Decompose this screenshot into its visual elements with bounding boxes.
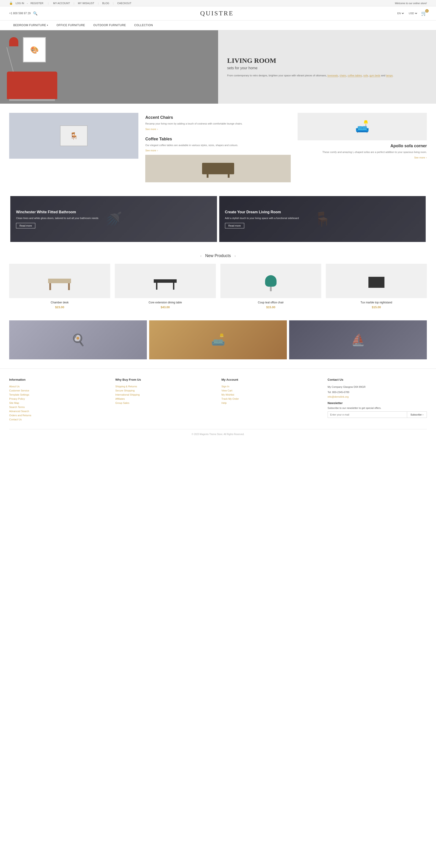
- apollo-sofa-section: 🛋️ Apollo sofa corner These comfy and am…: [298, 113, 427, 159]
- footer-secure-shopping[interactable]: Secure Shopping: [115, 389, 214, 392]
- header: +1 800 598 97 29 🔍 QUISTRE EN FR USD EUR…: [0, 6, 436, 21]
- nightstand-shape: [368, 274, 384, 288]
- footer-customer-service[interactable]: Customer Service: [9, 389, 108, 392]
- product-name-chamber-desk: Chamber desk: [9, 301, 110, 304]
- hero-link-coffee[interactable]: coffee tables: [347, 74, 362, 77]
- footer-company: My Company Glasgow D04 89GR: [328, 385, 427, 389]
- footer-contact: Contact us My Company Glasgow D04 89GR T…: [328, 378, 427, 422]
- footer-shipping-returns[interactable]: Shipping & Returns: [115, 385, 214, 388]
- accent-chairs-see-more[interactable]: See more ›: [145, 128, 158, 130]
- footer-affiliates[interactable]: Affiliates: [115, 397, 214, 400]
- footer-group-sales[interactable]: Group Sales: [115, 402, 214, 404]
- footer-contact-us[interactable]: Contact Us: [9, 418, 108, 421]
- blog-card-bathroom: 🚿 Winchester White Fitted Bathroom Clean…: [10, 196, 217, 242]
- blog-living-read-more[interactable]: Read more: [225, 223, 244, 228]
- hero-link-chairs[interactable]: chairs: [340, 74, 346, 77]
- footer-my-account-title: My account: [222, 378, 321, 381]
- product-name-dining-table: Core extension dining table: [115, 301, 216, 304]
- hero-description: From contemporary to retro designs, brig…: [227, 73, 427, 78]
- footer-template-settings[interactable]: Template Settings: [9, 393, 108, 396]
- footer: Information About Us Customer Service Te…: [0, 369, 436, 445]
- blog-link[interactable]: BLOG: [102, 2, 109, 5]
- wishlist-link[interactable]: MY WISHLIST: [78, 2, 94, 5]
- product-price-nightstand: $15.00: [326, 306, 427, 309]
- currency-select[interactable]: USD EUR: [408, 12, 418, 15]
- cart-badge: 0: [425, 9, 429, 12]
- footer-track-order[interactable]: Track My Order: [222, 397, 321, 400]
- my-account-link[interactable]: MY ACCOUNT: [53, 2, 70, 5]
- subscribe-button[interactable]: Subscribe ›: [407, 412, 427, 417]
- chair-image-placeholder: 🪑: [9, 113, 138, 159]
- hero-link-beds[interactable]: gym beds: [370, 74, 380, 77]
- checkout-link[interactable]: CHECKOUT: [117, 2, 132, 5]
- newsletter-title: Newsletter: [328, 401, 427, 405]
- newsletter-input[interactable]: [328, 412, 407, 417]
- accent-chairs-text: Accent Chairs Recamp your living room by…: [145, 113, 291, 133]
- footer-sign-in[interactable]: Sign In: [222, 385, 321, 388]
- footer-why-buy-title: Why buy from us: [115, 378, 214, 381]
- cart-icon[interactable]: 🛒 0: [421, 10, 427, 16]
- hero-lamp: [7, 37, 21, 74]
- footer-information: Information About Us Customer Service Te…: [9, 378, 108, 422]
- hero-title: LIVING ROOM: [227, 56, 427, 65]
- hero-banner: 🎨 LIVING ROOM sets for your home From co…: [0, 30, 436, 104]
- footer-my-wishlist[interactable]: My Wishlist: [222, 393, 321, 396]
- blog-card-living-overlay: Create Your Dream Living Room Add a styl…: [219, 196, 426, 242]
- gallery-section: 🍳 🛋️ ⛵: [0, 316, 436, 369]
- product-price-chamber-desk: $23.00: [9, 306, 110, 309]
- header-right: EN FR USD EUR 🛒 0: [396, 10, 427, 16]
- footer-orders-returns[interactable]: Orders and Returns: [9, 414, 108, 417]
- footer-advanced-search[interactable]: Advanced Search: [9, 410, 108, 412]
- footer-why-buy: Why buy from us Shipping & Returns Secur…: [115, 378, 214, 422]
- newsletter-form: Subscribe ›: [328, 411, 427, 418]
- coffee-tables-section: Coffee Tables Our elegant coffee tables …: [145, 137, 291, 183]
- footer-international-shipping[interactable]: International Shipping: [115, 393, 214, 396]
- blog-card-bathroom-title: Winchester White Fitted Bathroom: [16, 210, 211, 215]
- accent-chairs-desc: Recamp your living room by adding a touc…: [145, 122, 291, 126]
- hero-link-loveseats[interactable]: loveseats: [327, 74, 338, 77]
- coffee-tables-desc: Our elegant coffee tables are available …: [145, 143, 291, 148]
- footer-contact-title: Contact us: [328, 378, 427, 381]
- product-nightstand[interactable]: Tux marble top nightstand $15.00: [326, 264, 427, 309]
- site-logo[interactable]: QUISTRE: [200, 10, 234, 17]
- lamp-shade: [9, 37, 18, 46]
- hero-sofa: [7, 71, 57, 99]
- apollo-sofa-title: Apollo sofa corner: [298, 144, 427, 148]
- gallery-living2: 🛋️: [149, 320, 287, 359]
- header-left: +1 800 598 97 29 🔍: [9, 11, 38, 16]
- nav-bedroom-furniture[interactable]: BEDROOM FURNITURE ▾: [9, 21, 53, 30]
- apollo-sofa-see-more[interactable]: See more ›: [414, 156, 427, 159]
- nav-collection[interactable]: COLLECTION: [130, 21, 157, 30]
- lock-icon: 🔒: [9, 1, 13, 5]
- footer-help[interactable]: Help: [222, 402, 321, 404]
- new-products-header: ‹ New Products ›: [9, 253, 427, 258]
- footer-view-cart[interactable]: View Cart: [222, 389, 321, 392]
- coffee-table-image: [145, 155, 291, 182]
- coffee-tables-see-more[interactable]: See more ›: [145, 149, 158, 152]
- footer-about-us[interactable]: About Us: [9, 385, 108, 388]
- new-products-title: New Products: [205, 253, 231, 258]
- arrow-icon: ›: [423, 413, 424, 416]
- footer-grid: Information About Us Customer Service Te…: [9, 378, 427, 422]
- nav-outdoor-furniture[interactable]: OUTDOOR FURNITURE: [89, 21, 130, 30]
- products-prev-arrow[interactable]: ‹: [200, 254, 201, 258]
- register-link[interactable]: REGISTER: [31, 2, 43, 5]
- hero-link-sofa[interactable]: sofa: [363, 74, 368, 77]
- hero-link-lamps[interactable]: lamps: [386, 74, 393, 77]
- products-next-arrow[interactable]: ›: [235, 254, 236, 258]
- nav-office-furniture[interactable]: OFFICE FURNITURE: [53, 21, 89, 30]
- product-office-chair[interactable]: Coup teal office chair $15.00: [221, 264, 322, 309]
- features-section: 🪑 Accent Chairs Recamp your living room …: [0, 104, 436, 191]
- language-select[interactable]: EN FR: [396, 12, 405, 15]
- new-products-section: ‹ New Products › Chamber desk $23.00 Cor…: [0, 247, 436, 316]
- footer-email[interactable]: info@demolink.org: [328, 395, 427, 398]
- search-icon[interactable]: 🔍: [33, 11, 38, 16]
- product-chamber-desk[interactable]: Chamber desk $23.00: [9, 264, 110, 309]
- login-link[interactable]: LOG IN: [15, 2, 24, 5]
- blog-bathroom-read-more[interactable]: Read more: [16, 223, 35, 228]
- footer-search-terms[interactable]: Search Terms: [9, 406, 108, 408]
- accent-chair-image: 🪑: [9, 113, 138, 159]
- footer-site-map[interactable]: Site Map: [9, 402, 108, 404]
- footer-privacy-policy[interactable]: Privacy Policy: [9, 397, 108, 400]
- product-dining-table[interactable]: Core extension dining table $43.00: [115, 264, 216, 309]
